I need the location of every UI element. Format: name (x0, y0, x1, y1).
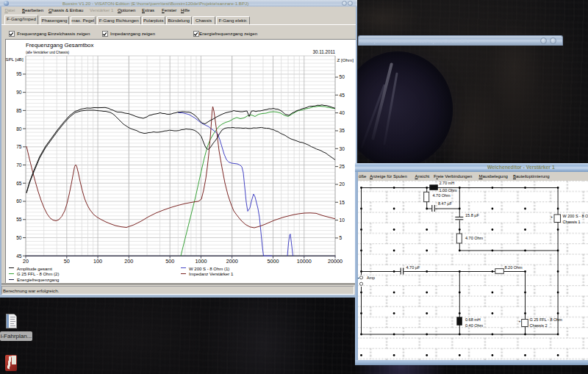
svg-text:5: 5 (340, 235, 343, 240)
svg-text:20000: 20000 (328, 258, 343, 265)
svg-text:4.70 Ohm: 4.70 Ohm (433, 193, 451, 198)
svg-text:Chassis 1: Chassis 1 (563, 220, 581, 224)
svg-text:Amp: Amp (367, 276, 375, 280)
svg-text:G 25 FFL - 8 Ohm (2): G 25 FFL - 8 Ohm (2) (17, 272, 59, 276)
svg-text:35: 35 (340, 128, 345, 133)
svg-text:80: 80 (16, 126, 22, 132)
svg-text:10000: 10000 (297, 258, 312, 265)
svg-text:100: 100 (93, 258, 102, 265)
svg-text:15.8 µF: 15.8 µF (465, 213, 479, 217)
svg-text:4.70 Ohm: 4.70 Ohm (465, 236, 484, 240)
svg-text:70: 70 (16, 162, 22, 168)
svg-text:20: 20 (340, 181, 345, 187)
svg-text:1000: 1000 (195, 258, 207, 265)
svg-text:+: + (551, 215, 553, 219)
svg-text:1.00 Ohm: 1.00 Ohm (440, 188, 458, 193)
svg-text:8.47 µF: 8.47 µF (438, 201, 452, 206)
svg-text:55: 55 (16, 217, 22, 222)
svg-text:5000: 5000 (268, 258, 279, 265)
svg-text:4.70 µF: 4.70 µF (406, 265, 420, 270)
svg-text:▸: ▸ (358, 276, 359, 280)
svg-text:20: 20 (23, 258, 29, 265)
svg-text:500: 500 (165, 258, 174, 265)
svg-text:30: 30 (340, 146, 345, 151)
svg-text:65: 65 (16, 181, 22, 186)
svg-text:W 200 S - 8 Ohm: W 200 S - 8 Ohm (563, 214, 588, 218)
svg-text:W 200 S - 8 Ohm (1): W 200 S - 8 Ohm (1) (189, 267, 229, 271)
svg-text:Frequenzgang Gesamtbox: Frequenzgang Gesamtbox (26, 42, 93, 48)
svg-text:60: 60 (16, 198, 22, 204)
svg-text:50: 50 (340, 74, 345, 79)
svg-text:Energiefrequenzgang: Energiefrequenzgang (17, 278, 59, 282)
svg-text:50: 50 (16, 235, 22, 240)
svg-text:+: + (519, 319, 521, 323)
svg-text:G 25 FFL - 8 Ohm: G 25 FFL - 8 Ohm (530, 317, 563, 322)
svg-text:85: 85 (16, 108, 22, 113)
svg-text:75: 75 (16, 144, 22, 149)
svg-text:90: 90 (16, 90, 22, 95)
svg-text:Impedanz Verstärker 1: Impedanz Verstärker 1 (189, 272, 234, 276)
svg-text:0.40 Ohm: 0.40 Ohm (465, 323, 484, 328)
svg-text:25: 25 (340, 164, 345, 169)
svg-text:Chassis 2: Chassis 2 (530, 323, 548, 328)
svg-text:2000: 2000 (226, 258, 238, 265)
svg-text:15: 15 (340, 200, 345, 205)
svg-text:95: 95 (16, 71, 22, 76)
svg-text:SPL [dB]: SPL [dB] (6, 57, 24, 62)
svg-text:0.68 mH: 0.68 mH (465, 317, 481, 322)
svg-text:2.70 mH: 2.70 mH (440, 181, 455, 185)
svg-text:10: 10 (340, 217, 345, 223)
svg-text:30.11.2011: 30.11.2011 (312, 49, 335, 54)
svg-text:45: 45 (16, 253, 22, 259)
svg-text:200: 200 (124, 258, 133, 265)
svg-text:50: 50 (64, 258, 70, 265)
svg-text:Z [Ohm]: Z [Ohm] (337, 57, 354, 62)
svg-text:45: 45 (340, 93, 345, 98)
svg-text:Amplitude gesamt: Amplitude gesamt (17, 267, 52, 271)
svg-text:8.20 Ohm: 8.20 Ohm (505, 265, 523, 270)
svg-text:40: 40 (340, 110, 345, 115)
svg-text:(alle Verstärker und Chassis): (alle Verstärker und Chassis) (26, 51, 69, 54)
